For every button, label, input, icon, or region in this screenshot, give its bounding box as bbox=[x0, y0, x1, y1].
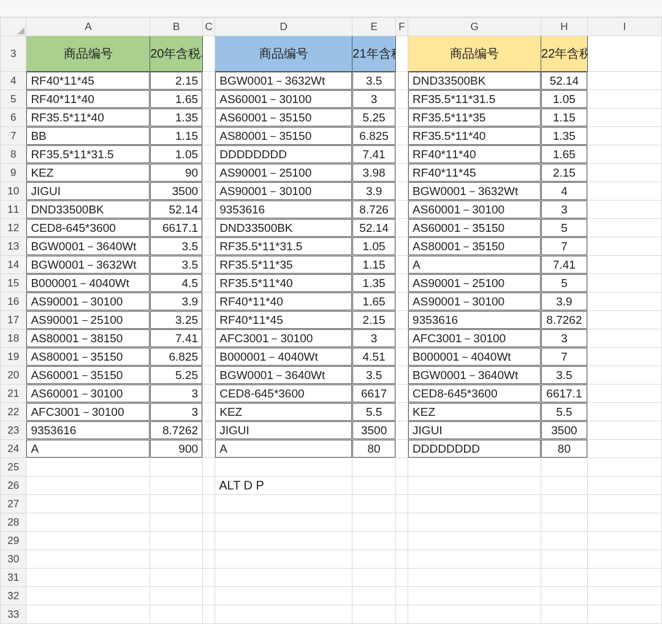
cell-I21[interactable] bbox=[587, 385, 661, 403]
cell-I17[interactable] bbox=[587, 311, 661, 329]
cell-D28[interactable] bbox=[215, 513, 352, 532]
col-header-B[interactable]: B bbox=[150, 18, 203, 36]
cell-C5[interactable] bbox=[203, 90, 215, 109]
cell-B32[interactable] bbox=[150, 587, 203, 605]
row-header-23[interactable]: 23 bbox=[1, 421, 26, 440]
cell-I25[interactable] bbox=[587, 458, 661, 477]
cell-E26[interactable] bbox=[352, 477, 396, 495]
cell-A21[interactable]: AS60001－30100 bbox=[26, 385, 150, 403]
cell-E7[interactable]: 6.825 bbox=[352, 127, 396, 145]
cell-G6[interactable]: RF35.5*11*35 bbox=[408, 109, 541, 127]
cell-F23[interactable] bbox=[395, 421, 408, 440]
cell-I10[interactable] bbox=[587, 182, 661, 201]
cell-D29[interactable] bbox=[215, 532, 352, 550]
cell-H33[interactable] bbox=[541, 605, 588, 624]
cell-I33[interactable] bbox=[587, 605, 661, 624]
row-header-4[interactable]: 4 bbox=[1, 72, 26, 90]
cell-A20[interactable]: AS60001－35150 bbox=[26, 366, 150, 385]
cell-I23[interactable] bbox=[587, 421, 661, 440]
cell-C29[interactable] bbox=[203, 532, 215, 550]
cell-H13[interactable]: 7 bbox=[541, 237, 588, 256]
cell-G20[interactable]: BGW0001－3640Wt bbox=[408, 366, 541, 385]
cell-F7[interactable] bbox=[395, 127, 408, 145]
row-header-19[interactable]: 19 bbox=[1, 348, 26, 366]
select-all-corner[interactable] bbox=[1, 18, 26, 36]
header-B[interactable]: 20年含税单价 bbox=[150, 36, 203, 72]
cell-C15[interactable] bbox=[203, 274, 215, 293]
cell-E14[interactable]: 1.15 bbox=[352, 256, 396, 274]
cell-A5[interactable]: RF40*11*40 bbox=[26, 90, 150, 109]
header-H[interactable]: 22年含税单价 bbox=[541, 36, 588, 72]
cell-I28[interactable] bbox=[587, 513, 661, 532]
cell-G19[interactable]: B000001－4040Wt bbox=[408, 348, 541, 366]
cell-D31[interactable] bbox=[215, 569, 352, 587]
cell-G14[interactable]: A bbox=[408, 256, 541, 274]
cell-F21[interactable] bbox=[395, 385, 408, 403]
cell-E11[interactable]: 8.726 bbox=[352, 201, 396, 219]
cell-C3[interactable] bbox=[203, 36, 215, 72]
cell-C33[interactable] bbox=[203, 605, 215, 624]
col-header-G[interactable]: G bbox=[408, 18, 541, 36]
cell-I19[interactable] bbox=[587, 348, 661, 366]
cell-D17[interactable]: RF40*11*45 bbox=[215, 311, 352, 329]
cell-B6[interactable]: 1.35 bbox=[150, 109, 203, 127]
cell-B7[interactable]: 1.15 bbox=[150, 127, 203, 145]
cell-G31[interactable] bbox=[408, 569, 541, 587]
cell-E25[interactable] bbox=[352, 458, 396, 477]
cell-I31[interactable] bbox=[587, 569, 661, 587]
cell-A33[interactable] bbox=[26, 605, 150, 624]
row-header-25[interactable]: 25 bbox=[1, 458, 26, 477]
cell-B17[interactable]: 3.25 bbox=[150, 311, 203, 329]
cell-C16[interactable] bbox=[203, 293, 215, 311]
row-header-32[interactable]: 32 bbox=[1, 587, 26, 605]
cell-F10[interactable] bbox=[395, 182, 408, 201]
cell-D4[interactable]: BGW0001－3632Wt bbox=[215, 72, 352, 90]
cell-G9[interactable]: RF40*11*45 bbox=[408, 164, 541, 182]
cell-A31[interactable] bbox=[26, 569, 150, 587]
row-header-27[interactable]: 27 bbox=[1, 495, 26, 513]
cell-G12[interactable]: AS60001－35150 bbox=[408, 219, 541, 237]
cell-I12[interactable] bbox=[587, 219, 661, 237]
cell-I7[interactable] bbox=[587, 127, 661, 145]
cell-H19[interactable]: 7 bbox=[541, 348, 588, 366]
cell-A15[interactable]: B000001－4040Wt bbox=[26, 274, 150, 293]
cell-B12[interactable]: 6617.1 bbox=[150, 219, 203, 237]
cell-D16[interactable]: RF40*11*40 bbox=[215, 293, 352, 311]
cell-E21[interactable]: 6617 bbox=[352, 385, 396, 403]
cell-G27[interactable] bbox=[408, 495, 541, 513]
cell-E20[interactable]: 3.5 bbox=[352, 366, 396, 385]
cell-E12[interactable]: 52.14 bbox=[352, 219, 396, 237]
cell-H22[interactable]: 5.5 bbox=[541, 403, 588, 421]
cell-E28[interactable] bbox=[352, 513, 396, 532]
cell-F30[interactable] bbox=[395, 550, 408, 569]
cell-C17[interactable] bbox=[203, 311, 215, 329]
cell-G13[interactable]: AS80001－35150 bbox=[408, 237, 541, 256]
cell-G16[interactable]: AS90001－30100 bbox=[408, 293, 541, 311]
cell-C6[interactable] bbox=[203, 109, 215, 127]
cell-C22[interactable] bbox=[203, 403, 215, 421]
cell-C10[interactable] bbox=[203, 182, 215, 201]
cell-E18[interactable]: 3 bbox=[352, 329, 396, 348]
cell-A12[interactable]: CED8-645*3600 bbox=[26, 219, 150, 237]
cell-D24[interactable]: A bbox=[215, 440, 352, 458]
cell-A30[interactable] bbox=[26, 550, 150, 569]
cell-E13[interactable]: 1.05 bbox=[352, 237, 396, 256]
cell-F31[interactable] bbox=[395, 569, 408, 587]
cell-F16[interactable] bbox=[395, 293, 408, 311]
cell-D27[interactable] bbox=[215, 495, 352, 513]
cell-D10[interactable]: AS90001－30100 bbox=[215, 182, 352, 201]
cell-B19[interactable]: 6.825 bbox=[150, 348, 203, 366]
cell-E15[interactable]: 1.35 bbox=[352, 274, 396, 293]
cell-B21[interactable]: 3 bbox=[150, 385, 203, 403]
row-header-24[interactable]: 24 bbox=[1, 440, 26, 458]
row-header-26[interactable]: 26 bbox=[1, 477, 26, 495]
cell-B16[interactable]: 3.9 bbox=[150, 293, 203, 311]
cell-H17[interactable]: 8.7262 bbox=[541, 311, 588, 329]
cell-H5[interactable]: 1.05 bbox=[541, 90, 588, 109]
row-header-7[interactable]: 7 bbox=[1, 127, 26, 145]
cell-B22[interactable]: 3 bbox=[150, 403, 203, 421]
row-header-29[interactable]: 29 bbox=[1, 532, 26, 550]
cell-H10[interactable]: 4 bbox=[541, 182, 588, 201]
cell-B28[interactable] bbox=[150, 513, 203, 532]
row-header-17[interactable]: 17 bbox=[1, 311, 26, 329]
